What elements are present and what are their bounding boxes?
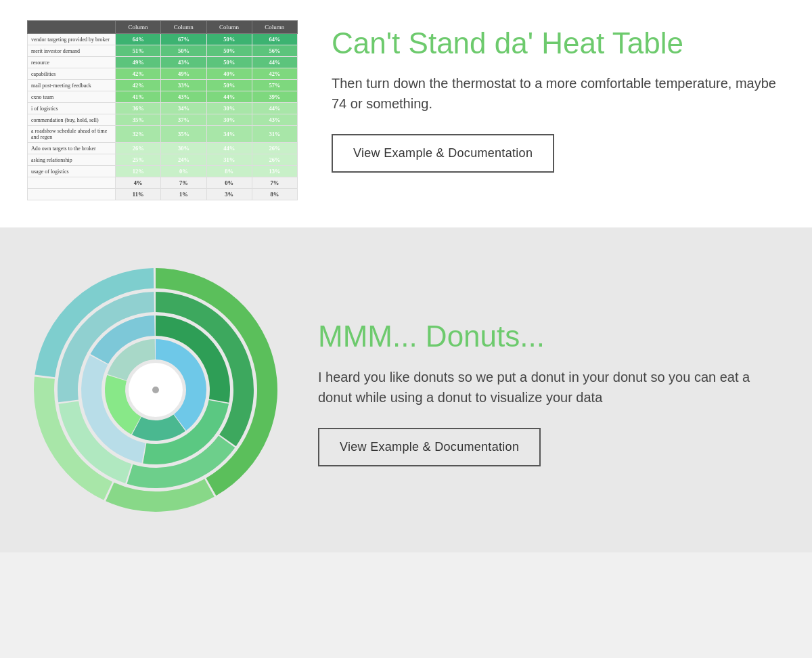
table-row-label: vendor targeting provided by broker: [28, 34, 116, 45]
section-donuts: MMM... Donuts... I heard you like donuts…: [0, 227, 812, 552]
table-cell-value: 49%: [161, 68, 206, 80]
table-row: Ado own targets to the broker26%30%44%26…: [28, 143, 298, 154]
table-cell-value: 11%: [116, 189, 161, 200]
table-row: cxno team41%43%44%39%: [28, 91, 298, 103]
table-cell-value: 24%: [161, 154, 206, 166]
table-cell-value: 25%: [116, 154, 161, 166]
table-cell-value: 32%: [116, 126, 161, 143]
table-header-label: [28, 21, 116, 34]
table-cell-value: 67%: [161, 34, 206, 45]
table-row-label: resource: [28, 57, 116, 68]
table-row-label: cxno team: [28, 91, 116, 103]
section2-cta-button[interactable]: View Example & Documentation: [318, 428, 541, 466]
table-cell-value: 7%: [252, 177, 297, 189]
table-cell-value: 44%: [252, 57, 297, 68]
table-row-label: i of logistics: [28, 103, 116, 114]
table-cell-value: 1%: [161, 189, 206, 200]
table-cell-value: 3%: [206, 189, 252, 200]
table-cell-value: 26%: [252, 154, 297, 166]
table-row: vendor targeting provided by broker64%67…: [28, 34, 298, 45]
table-cell-value: 4%: [116, 177, 161, 189]
table-cell-value: 31%: [252, 126, 297, 143]
section1-description: Then turn down the thermostat to a more …: [332, 73, 785, 114]
table-row-label: merit investor demand: [28, 45, 116, 57]
table-cell-value: 37%: [161, 114, 206, 126]
table-row-label: mail post-meeting feedback: [28, 80, 116, 91]
table-cell-value: 49%: [116, 57, 161, 68]
table-cell-value: 41%: [116, 91, 161, 103]
table-cell-value: 56%: [252, 45, 297, 57]
table-cell-value: 12%: [116, 166, 161, 177]
table-cell-value: 42%: [252, 68, 297, 80]
table-row-label: commendation (buy, hold, sell): [28, 114, 116, 126]
table-cell-value: 35%: [161, 126, 206, 143]
table-cell-value: 44%: [206, 91, 252, 103]
table-row-label: a roadshow schedule ahead of time and re…: [28, 126, 116, 143]
table-cell-value: 50%: [161, 45, 206, 57]
table-cell-value: 50%: [206, 57, 252, 68]
table-column-header: Column: [252, 21, 297, 34]
table-cell-value: 64%: [116, 34, 161, 45]
table-cell-value: 8%: [252, 189, 297, 200]
table-cell-value: 7%: [161, 177, 206, 189]
table-row: 11%1%3%8%: [28, 189, 298, 200]
table-cell-value: 50%: [206, 45, 252, 57]
table-cell-value: 34%: [206, 126, 252, 143]
table-column-header: Column: [161, 21, 206, 34]
table-cell-value: 42%: [116, 80, 161, 91]
table-column-header: Column: [116, 21, 161, 34]
table-cell-value: 26%: [116, 143, 161, 154]
donut-chart: [27, 261, 284, 519]
table-row: commendation (buy, hold, sell)35%37%30%4…: [28, 114, 298, 126]
section1-title: Can't Stand da' Heat Table: [332, 27, 785, 60]
table-cell-value: 35%: [116, 114, 161, 126]
table-row: capabilities42%49%40%42%: [28, 68, 298, 80]
table-cell-value: 30%: [206, 114, 252, 126]
donut-center-dot: [152, 387, 159, 393]
table-cell-value: 13%: [252, 166, 297, 177]
table-row-label: [28, 189, 116, 200]
table-cell-value: 30%: [161, 143, 206, 154]
table-cell-value: 42%: [116, 68, 161, 80]
table-cell-value: 26%: [252, 143, 297, 154]
table-cell-value: 43%: [161, 57, 206, 68]
section1-content: Can't Stand da' Heat Table Then turn dow…: [332, 20, 785, 173]
table-cell-value: 57%: [252, 80, 297, 91]
heat-table-wrapper: ColumnColumnColumnColumn vendor targetin…: [27, 20, 298, 200]
table-cell-value: 33%: [161, 80, 206, 91]
table-cell-value: 43%: [161, 91, 206, 103]
table-cell-value: 0%: [206, 177, 252, 189]
section2-description: I heard you like donuts so we put a donu…: [318, 367, 785, 408]
table-row: asking relationship25%24%31%26%: [28, 154, 298, 166]
table-row-label: Ado own targets to the broker: [28, 143, 116, 154]
table-row-label: asking relationship: [28, 154, 116, 166]
table-row: a roadshow schedule ahead of time and re…: [28, 126, 298, 143]
table-cell-value: 44%: [206, 143, 252, 154]
table-row: mail post-meeting feedback42%33%50%57%: [28, 80, 298, 91]
table-row-label: capabilities: [28, 68, 116, 80]
donut-chart-container: [27, 261, 284, 519]
table-cell-value: 40%: [206, 68, 252, 80]
table-row: i of logistics36%34%30%44%: [28, 103, 298, 114]
table-cell-value: 0%: [161, 166, 206, 177]
table-cell-value: 50%: [206, 80, 252, 91]
table-row: merit investor demand51%50%50%56%: [28, 45, 298, 57]
table-cell-value: 31%: [206, 154, 252, 166]
table-cell-value: 50%: [206, 34, 252, 45]
section2-content: MMM... Donuts... I heard you like donuts…: [318, 313, 785, 466]
table-row: 4%7%0%7%: [28, 177, 298, 189]
table-column-header: Column: [206, 21, 252, 34]
table-cell-value: 34%: [161, 103, 206, 114]
table-cell-value: 30%: [206, 103, 252, 114]
table-row-label: [28, 177, 116, 189]
table-cell-value: 36%: [116, 103, 161, 114]
table-cell-value: 8%: [206, 166, 252, 177]
table-row-label: usage of logistics: [28, 166, 116, 177]
table-cell-value: 43%: [252, 114, 297, 126]
table-cell-value: 44%: [252, 103, 297, 114]
heat-table: ColumnColumnColumnColumn vendor targetin…: [27, 20, 298, 200]
section1-cta-button[interactable]: View Example & Documentation: [332, 134, 554, 173]
section-heat-table: ColumnColumnColumnColumn vendor targetin…: [0, 0, 812, 227]
table-row: resource49%43%50%44%: [28, 57, 298, 68]
table-row: usage of logistics12%0%8%13%: [28, 166, 298, 177]
